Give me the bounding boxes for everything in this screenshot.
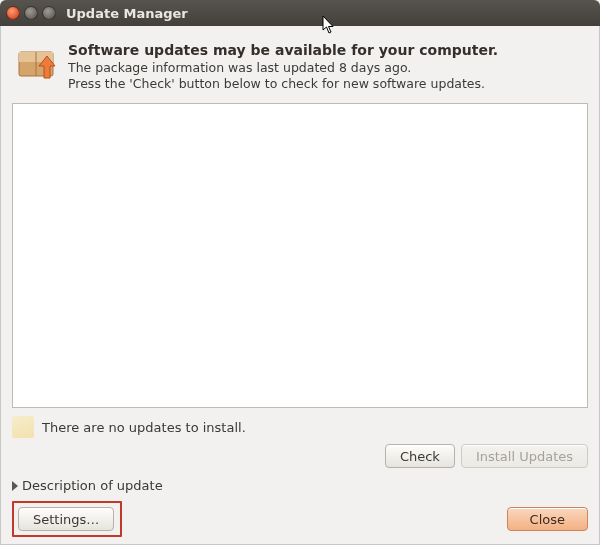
footer: Settings… Close — [12, 501, 588, 537]
status-text: There are no updates to install. — [42, 420, 588, 435]
window-controls — [6, 6, 56, 20]
titlebar[interactable]: Update Manager — [0, 0, 600, 26]
header: Software updates may be available for yo… — [12, 38, 588, 91]
header-texts: Software updates may be available for yo… — [68, 38, 588, 91]
install-updates-button[interactable]: Install Updates — [461, 444, 588, 468]
annotation-highlight: Settings… — [12, 501, 122, 537]
updates-list[interactable] — [12, 103, 588, 408]
close-window-button[interactable] — [6, 6, 20, 20]
window-root: Update Manager Software updates may be a… — [0, 0, 600, 545]
header-line1: The package information was last updated… — [68, 60, 411, 75]
window-title: Update Manager — [66, 6, 594, 21]
package-update-icon — [12, 38, 60, 86]
action-buttons: Check Install Updates — [12, 438, 588, 468]
minimize-window-button[interactable] — [24, 6, 38, 20]
status-row: There are no updates to install. — [12, 416, 588, 438]
chevron-right-icon — [12, 481, 18, 491]
description-expander[interactable]: Description of update — [12, 478, 588, 493]
close-button[interactable]: Close — [507, 507, 588, 531]
expander-label: Description of update — [22, 478, 163, 493]
header-line2: Press the 'Check' button below to check … — [68, 76, 485, 91]
status-icon — [12, 416, 34, 438]
maximize-window-button[interactable] — [42, 6, 56, 20]
header-subtitle: The package information was last updated… — [68, 60, 588, 91]
header-title: Software updates may be available for yo… — [68, 42, 588, 58]
window-body: Software updates may be available for yo… — [0, 26, 600, 545]
settings-button[interactable]: Settings… — [18, 507, 114, 531]
check-button[interactable]: Check — [385, 444, 455, 468]
